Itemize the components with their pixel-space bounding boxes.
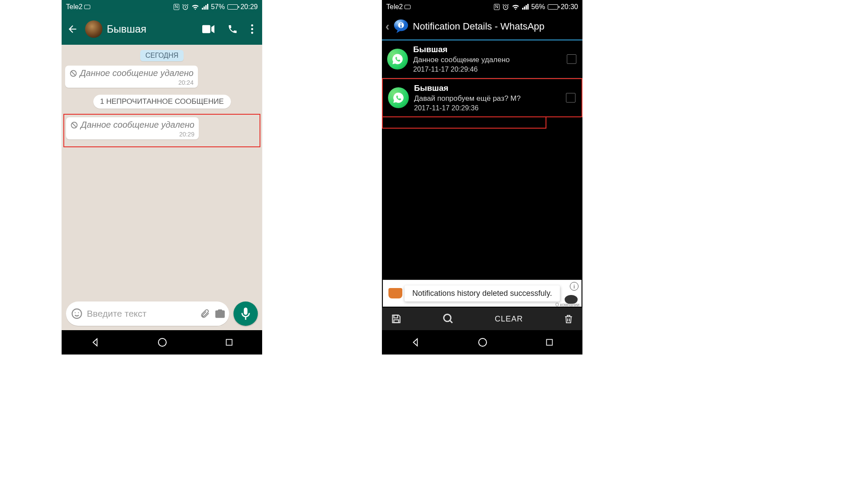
svg-rect-19 bbox=[394, 315, 398, 318]
notification-body: Данное сообщение удалено bbox=[413, 56, 510, 64]
battery-pct: 56% bbox=[531, 3, 545, 11]
blocked-icon bbox=[69, 70, 77, 77]
svg-point-10 bbox=[75, 312, 76, 313]
ad-footer-text: О компании bbox=[556, 302, 579, 307]
mic-button[interactable] bbox=[233, 301, 258, 326]
alarm-icon bbox=[182, 3, 189, 10]
battery-pct: 57% bbox=[211, 3, 225, 11]
emoji-icon[interactable] bbox=[71, 308, 82, 319]
svg-point-4 bbox=[251, 32, 253, 34]
svg-line-22 bbox=[450, 321, 452, 323]
select-checkbox[interactable] bbox=[567, 54, 576, 64]
message-time: 20:24 bbox=[69, 79, 194, 86]
message-time: 20:29 bbox=[70, 131, 194, 138]
battery-icon bbox=[227, 4, 238, 10]
save-icon[interactable] bbox=[391, 313, 402, 325]
camera-icon[interactable] bbox=[214, 308, 226, 319]
back-button[interactable] bbox=[64, 21, 81, 37]
voice-call-button[interactable] bbox=[223, 20, 242, 39]
clock-label: 20:30 bbox=[561, 3, 578, 11]
more-button[interactable] bbox=[247, 20, 258, 38]
unread-badge: 1 НЕПРОЧИТАННОЕ СООБЩЕНИЕ bbox=[93, 95, 231, 109]
svg-line-6 bbox=[71, 71, 76, 76]
message-text: Данное сообщение удалено bbox=[81, 120, 194, 130]
search-icon[interactable] bbox=[442, 313, 454, 325]
whatsapp-icon bbox=[388, 87, 409, 108]
svg-point-12 bbox=[158, 338, 166, 346]
nav-home-button[interactable] bbox=[157, 337, 168, 348]
back-button[interactable]: ‹ bbox=[385, 20, 389, 33]
notification-item[interactable]: Бывшая Давай попробуем ещё раз? М? 2017-… bbox=[382, 78, 582, 117]
android-nav bbox=[62, 330, 262, 354]
nav-home-button[interactable] bbox=[477, 337, 488, 348]
message-row[interactable]: Данное сообщение удалено 20:24 bbox=[65, 66, 259, 88]
svg-point-9 bbox=[72, 309, 82, 318]
wifi-icon bbox=[191, 4, 199, 10]
phone-whatsapp: Tele2 N 57% 20:29 Бывшая bbox=[62, 0, 262, 354]
notification-body: Давай попробуем ещё раз? М? bbox=[414, 94, 521, 103]
svg-point-11 bbox=[78, 312, 79, 313]
svg-rect-1 bbox=[202, 25, 210, 33]
sim-icon bbox=[84, 5, 90, 9]
svg-point-21 bbox=[444, 315, 450, 321]
bottom-toolbar: CLEAR bbox=[382, 308, 582, 330]
chat-header: Бывшая bbox=[62, 13, 262, 45]
clock-label: 20:29 bbox=[240, 3, 258, 11]
android-nav bbox=[382, 330, 582, 354]
select-checkbox[interactable] bbox=[566, 93, 575, 103]
carrier-label: Tele2 bbox=[66, 3, 82, 11]
ad-image-icon bbox=[388, 288, 402, 298]
input-placeholder: Введите текст bbox=[87, 308, 195, 319]
battery-icon bbox=[548, 4, 558, 10]
clear-button[interactable]: CLEAR bbox=[495, 315, 523, 324]
notification-list[interactable]: Бывшая Данное сообщение удалено 2017-11-… bbox=[382, 40, 582, 308]
contact-avatar[interactable] bbox=[85, 20, 102, 38]
page-title: Notification Details - WhatsApp bbox=[413, 21, 544, 32]
notification-timestamp: 2017-11-17 20:29:46 bbox=[413, 66, 510, 73]
message-bubble: Данное сообщение удалено 20:24 bbox=[65, 66, 198, 88]
svg-rect-24 bbox=[546, 339, 552, 345]
carrier-label: Tele2 bbox=[386, 3, 403, 11]
alarm-icon bbox=[502, 3, 509, 10]
sim-icon bbox=[404, 5, 411, 9]
contact-name[interactable]: Бывшая bbox=[107, 23, 194, 35]
nav-back-button[interactable] bbox=[411, 338, 420, 347]
date-chip: СЕГОДНЯ bbox=[140, 50, 184, 61]
notification-sender: Бывшая bbox=[414, 83, 521, 93]
ad-info-icon[interactable]: i bbox=[570, 282, 579, 291]
message-input[interactable]: Введите текст bbox=[66, 301, 229, 326]
whatsapp-icon bbox=[387, 49, 408, 70]
video-call-button[interactable] bbox=[198, 20, 219, 38]
notification-text: Бывшая Давай попробуем ещё раз? М? 2017-… bbox=[414, 83, 521, 112]
trash-icon[interactable] bbox=[563, 313, 574, 325]
svg-rect-13 bbox=[226, 339, 232, 345]
ad-banner[interactable]: Notifications history deleted successful… bbox=[383, 280, 582, 307]
notification-item[interactable]: Бывшая Данное сообщение удалено 2017-11-… bbox=[382, 40, 582, 78]
input-row: Введите текст bbox=[62, 297, 262, 330]
attach-icon[interactable] bbox=[200, 308, 210, 319]
notification-text: Бывшая Данное сообщение удалено 2017-11-… bbox=[413, 45, 510, 73]
app-header: ‹ Notification Details - WhatsApp bbox=[382, 13, 582, 40]
svg-line-8 bbox=[72, 123, 76, 127]
phone-notification-app: Tele2 N 56% 20:30 ‹ Notification Details… bbox=[382, 0, 582, 354]
blocked-icon bbox=[70, 121, 78, 129]
chat-area[interactable]: СЕГОДНЯ Данное сообщение удалено 20:24 1… bbox=[62, 45, 262, 297]
highlighted-region: Данное сообщение удалено 20:29 bbox=[63, 114, 260, 147]
nav-recent-button[interactable] bbox=[225, 338, 233, 347]
message-text: Данное сообщение удалено bbox=[80, 68, 194, 78]
svg-rect-17 bbox=[401, 23, 402, 24]
svg-point-23 bbox=[479, 338, 487, 346]
status-bar: Tele2 N 57% 20:29 bbox=[62, 0, 262, 13]
svg-rect-20 bbox=[394, 320, 399, 323]
message-bubble: Данное сообщение удалено 20:29 bbox=[66, 117, 199, 139]
nav-back-button[interactable] bbox=[90, 338, 100, 347]
highlight-extension bbox=[382, 116, 546, 129]
nav-recent-button[interactable] bbox=[545, 338, 554, 347]
wifi-icon bbox=[512, 4, 519, 10]
nfc-icon: N bbox=[174, 4, 179, 10]
message-row[interactable]: Данное сообщение удалено 20:29 bbox=[66, 117, 258, 139]
notification-timestamp: 2017-11-17 20:29:36 bbox=[414, 104, 521, 112]
notification-sender: Бывшая bbox=[413, 45, 510, 54]
signal-icon bbox=[522, 4, 529, 10]
svg-rect-18 bbox=[401, 25, 402, 28]
